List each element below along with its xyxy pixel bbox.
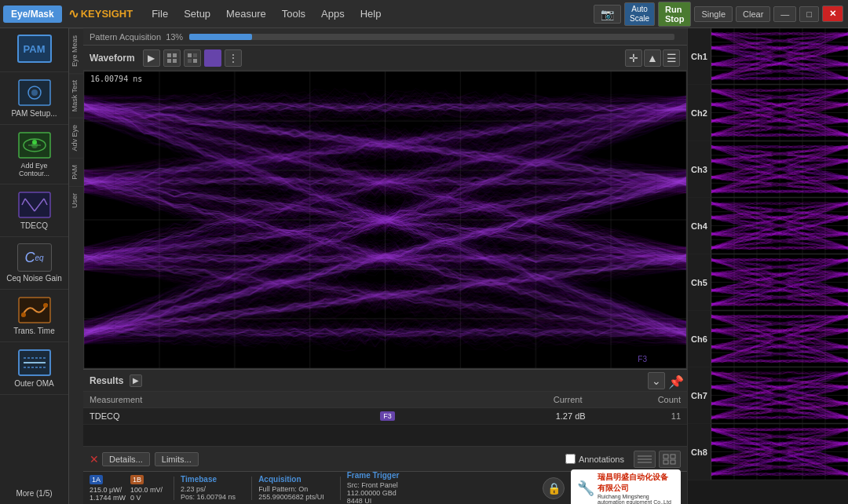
channel-thumb-ch6[interactable]: Ch6 bbox=[688, 311, 848, 367]
menu-tools[interactable]: Tools bbox=[274, 5, 313, 23]
annotations-checkbox-label[interactable]: Annotations bbox=[565, 454, 624, 464]
vtab-adv-eye[interactable]: Adv Eye bbox=[69, 118, 83, 158]
results-collapse-button[interactable]: ⌄ bbox=[648, 372, 665, 389]
waveform-toolbar: Waveform ▶ ⋮ ✛ ▲ ☰ bbox=[83, 46, 687, 71]
center-panel: Pattern Acquisition 13% Waveform ▶ ⋮ ✛ ▲… bbox=[83, 28, 687, 504]
sidebar-label-outer-oma: Outer OMA bbox=[14, 379, 54, 388]
company-sub-text: Ruichang Mingsheng automation equipment … bbox=[598, 494, 674, 505]
channel-thumb-ch4[interactable]: Ch4 bbox=[688, 198, 848, 254]
waveform-grid-btn2[interactable] bbox=[184, 49, 201, 67]
sidebar-item-ceq[interactable]: Ceq Ceq Noise Gain bbox=[0, 237, 68, 290]
vtab-eye-meas[interactable]: Eye Meas bbox=[69, 28, 83, 73]
status-ch1b: 1B 100.0 mV/ 0 V bbox=[130, 475, 163, 502]
channel-thumb-ch7[interactable]: Ch7 bbox=[688, 367, 848, 424]
results-play-button[interactable]: ▶ bbox=[130, 374, 142, 387]
limits-button[interactable]: Limits... bbox=[155, 452, 199, 466]
waveform-dots-button[interactable]: ⋮ bbox=[225, 49, 242, 67]
ch3-label: Ch3 bbox=[691, 165, 707, 174]
ch3-label-area: Ch3 bbox=[688, 141, 711, 197]
more-button[interactable]: More (1/5) bbox=[0, 483, 68, 504]
progress-bar-outer bbox=[189, 34, 674, 40]
clear-button[interactable]: Clear bbox=[736, 6, 770, 22]
waveform-label: Waveform bbox=[90, 53, 135, 64]
run-stop-button[interactable]: RunStop bbox=[658, 2, 691, 27]
keysight-logo: KEYSIGHT bbox=[68, 6, 133, 21]
sidebar-item-pam[interactable]: PAM bbox=[0, 28, 68, 72]
waveform-menu-button[interactable]: ☰ bbox=[663, 49, 680, 67]
close-button[interactable]: ✕ bbox=[822, 5, 843, 22]
ch6-label-area: Ch6 bbox=[688, 311, 711, 367]
minimize-button[interactable]: — bbox=[773, 6, 796, 22]
sidebar-label-tdecq: TDECQ bbox=[20, 221, 48, 230]
sidebar-item-outer-oma[interactable]: Outer OMA bbox=[0, 342, 68, 395]
pattern-label: Pattern Acquisition bbox=[90, 32, 161, 42]
channel-thumb-ch1[interactable]: Ch1 bbox=[688, 28, 848, 85]
sidebar-item-pam-setup[interactable]: PAM Setup... bbox=[0, 72, 68, 125]
footer-grid-btn1[interactable] bbox=[634, 451, 656, 468]
maximize-button[interactable]: □ bbox=[799, 6, 819, 22]
ch1b-label: 1B bbox=[130, 475, 144, 484]
vertical-tabs: Eye Meas Mask Test Adv Eye PAM User bbox=[69, 28, 83, 504]
footer-grid-btn2[interactable] bbox=[659, 451, 681, 468]
waveform-grid-btn1[interactable] bbox=[163, 49, 181, 67]
ch5-label: Ch5 bbox=[691, 278, 707, 287]
eye-mask-button[interactable]: Eye/Mask bbox=[3, 5, 62, 23]
status-ch1a: 1A 215.0 μW/ 1.1744 mW bbox=[90, 475, 126, 502]
frame-trigger-val2: 112.00000 GBd bbox=[347, 489, 400, 497]
frame-trigger-val3: 8448 UI bbox=[347, 497, 400, 504]
ch4-label-area: Ch4 bbox=[688, 198, 711, 254]
details-button[interactable]: Details... bbox=[102, 452, 150, 466]
channel-thumb-ch3[interactable]: Ch3 bbox=[688, 141, 848, 198]
menu-help[interactable]: Help bbox=[353, 5, 389, 23]
channel-thumb-ch2[interactable]: Ch2 bbox=[688, 85, 848, 141]
ch8-label: Ch8 bbox=[691, 447, 707, 457]
waveform-crosshair-button[interactable]: ✛ bbox=[625, 49, 642, 67]
waveform-color-button[interactable] bbox=[204, 49, 221, 67]
pam-setup-icon bbox=[17, 79, 52, 107]
results-pin-button[interactable]: 📌 bbox=[668, 374, 681, 387]
ch5-canvas bbox=[711, 254, 848, 310]
acquisition-title: Acquisition bbox=[258, 475, 324, 484]
status-divider2 bbox=[251, 477, 252, 500]
vtab-user[interactable]: User bbox=[69, 186, 83, 214]
sidebar-item-trans-time[interactable]: Trans. Time bbox=[0, 290, 68, 342]
progress-bar-inner bbox=[189, 34, 252, 40]
vtab-pam[interactable]: PAM bbox=[69, 158, 83, 186]
menu-file[interactable]: File bbox=[144, 5, 176, 23]
menu-bar: Eye/Mask KEYSIGHT File Setup Measure Too… bbox=[0, 0, 848, 28]
meas-badge-f3: F3 bbox=[380, 411, 395, 421]
ch4-thumbnail bbox=[711, 198, 848, 254]
status-timebase: Timebase 2.23 ps/ Pos: 16.00794 ns bbox=[181, 475, 236, 501]
table-row[interactable]: TDECQ F3 1.27 dB 11 bbox=[83, 408, 687, 425]
auto-scale-button[interactable]: AutoScale bbox=[624, 2, 655, 26]
sidebar-item-eye-contour[interactable]: Add EyeContour... bbox=[0, 125, 68, 184]
ch1-label: Ch1 bbox=[691, 52, 707, 61]
right-panel: Ch1 Ch2 Ch3 Ch4 bbox=[687, 28, 848, 504]
sidebar-item-tdecq[interactable]: TDECQ bbox=[0, 184, 68, 237]
waveform-play-button[interactable]: ▶ bbox=[143, 49, 160, 67]
menu-apps[interactable]: Apps bbox=[313, 5, 353, 23]
ch1-thumbnail bbox=[711, 28, 848, 84]
channel-thumb-ch8[interactable]: Ch8 bbox=[688, 424, 848, 480]
eye-contour-icon bbox=[17, 131, 52, 159]
single-button[interactable]: Single bbox=[694, 6, 733, 22]
col-header-current: Current bbox=[386, 395, 583, 404]
annotations-checkbox[interactable] bbox=[565, 454, 576, 464]
svg-rect-25 bbox=[193, 53, 197, 57]
menu-measure[interactable]: Measure bbox=[218, 5, 274, 23]
waveform-up-button[interactable]: ▲ bbox=[644, 49, 661, 67]
frame-trigger-val1: Src: Front Panel bbox=[347, 481, 400, 489]
ch7-label-area: Ch7 bbox=[688, 367, 711, 423]
svg-point-14 bbox=[21, 312, 26, 317]
ch4-canvas bbox=[711, 198, 848, 254]
acquisition-val1: Full Pattern: On bbox=[258, 485, 324, 493]
company-logo-text: 瑞昌明盛自动化设备有限公司 Ruichang Mingsheng automat… bbox=[598, 472, 674, 505]
svg-rect-8 bbox=[19, 192, 50, 217]
channel-thumb-ch5[interactable]: Ch5 bbox=[688, 254, 848, 311]
camera-button[interactable]: 📷 bbox=[594, 5, 621, 24]
ch5-label-area: Ch5 bbox=[688, 254, 711, 310]
svg-rect-22 bbox=[167, 59, 171, 63]
menu-setup[interactable]: Setup bbox=[176, 5, 218, 23]
vtab-mask-test[interactable]: Mask Test bbox=[69, 73, 83, 118]
ch7-thumbnail bbox=[711, 367, 848, 423]
